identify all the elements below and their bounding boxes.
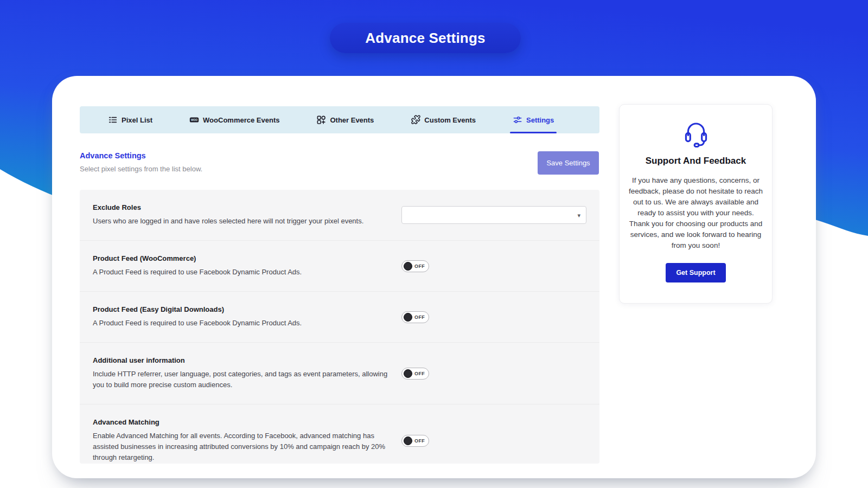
setting-label: Product Feed (Easy Digital Downloads)	[93, 305, 388, 313]
support-title: Support And Feedback	[629, 156, 763, 166]
sliders-icon	[513, 115, 522, 125]
setting-description: A Product Feed is required to use Facebo…	[93, 267, 388, 278]
setting-label: Additional user information	[93, 356, 388, 364]
tab-other-events[interactable]: Other Events	[316, 106, 374, 133]
page: Advance Settings Pixel List WooCommerce …	[0, 0, 868, 488]
page-title: Advance Settings	[365, 30, 485, 47]
toggle-product-feed-woocommerce[interactable]: OFF	[401, 260, 429, 272]
setting-label: Product Feed (WooCommerce)	[93, 254, 388, 262]
setting-row-advanced-matching: Advanced Matching Enable Advanced Matchi…	[80, 404, 599, 464]
setting-row-product-feed-easy-digital-downloads: Product Feed (Easy Digital Downloads) A …	[80, 292, 599, 343]
toggle-knob	[404, 436, 412, 445]
settings-panel: Exclude Roles Users who are logged in an…	[80, 190, 599, 464]
setting-label: Exclude Roles	[93, 203, 388, 211]
save-settings-button[interactable]: Save Settings	[538, 151, 599, 175]
exclude-roles-select[interactable]: ▾	[401, 206, 586, 224]
page-title-pill: Advance Settings	[330, 23, 521, 53]
tab-settings[interactable]: Settings	[513, 106, 554, 133]
section-title: Advance Settings	[80, 151, 146, 160]
setting-row-exclude-roles: Exclude Roles Users who are logged in an…	[80, 190, 599, 241]
toggle-knob	[404, 313, 412, 322]
toggle-additional-user-information[interactable]: OFF	[401, 368, 429, 380]
headset-icon	[681, 119, 711, 148]
caret-down-icon: ▾	[577, 211, 580, 219]
toggle-state-label: OFF	[414, 314, 425, 320]
toggle-product-feed-easy-digital-downloads[interactable]: OFF	[401, 311, 429, 323]
puzzle-icon	[411, 115, 420, 125]
support-card: Support And Feedback If you have any que…	[619, 104, 773, 304]
tab-woocommerce-events[interactable]: WooCommerce Events	[189, 106, 279, 133]
setting-description: Include HTTP referrer, user language, po…	[93, 369, 388, 390]
toggle-state-label: OFF	[414, 264, 425, 269]
setting-description: A Product Feed is required to use Facebo…	[93, 318, 388, 329]
setting-label: Advanced Matching	[93, 418, 388, 426]
tab-pixel-list[interactable]: Pixel List	[108, 106, 152, 133]
grid-plus-icon	[316, 115, 326, 125]
setting-row-additional-user-information: Additional user information Include HTTP…	[80, 343, 599, 404]
setting-description: Users who are logged in and have roles s…	[93, 216, 388, 227]
toggle-knob	[404, 369, 412, 378]
toggle-knob	[404, 262, 412, 271]
list-icon	[108, 115, 118, 125]
setting-row-product-feed-woocommerce: Product Feed (WooCommerce) A Product Fee…	[80, 241, 599, 292]
toggle-state-label: OFF	[414, 371, 425, 376]
toggle-state-label: OFF	[414, 438, 425, 444]
settings-card: Pixel List WooCommerce Events Other Even…	[52, 76, 816, 478]
tab-bar: Pixel List WooCommerce Events Other Even…	[80, 106, 599, 133]
section-subtitle: Select pixel settings from the list belo…	[80, 165, 202, 173]
get-support-button[interactable]: Get Support	[666, 263, 725, 282]
setting-description: Enable Advanced Matching for all events.…	[93, 431, 388, 463]
toggle-advanced-matching[interactable]: OFF	[401, 435, 429, 447]
tab-custom-events[interactable]: Custom Events	[411, 106, 476, 133]
support-body: If you have any questions, concerns, or …	[629, 175, 763, 251]
woo-icon	[189, 115, 199, 125]
